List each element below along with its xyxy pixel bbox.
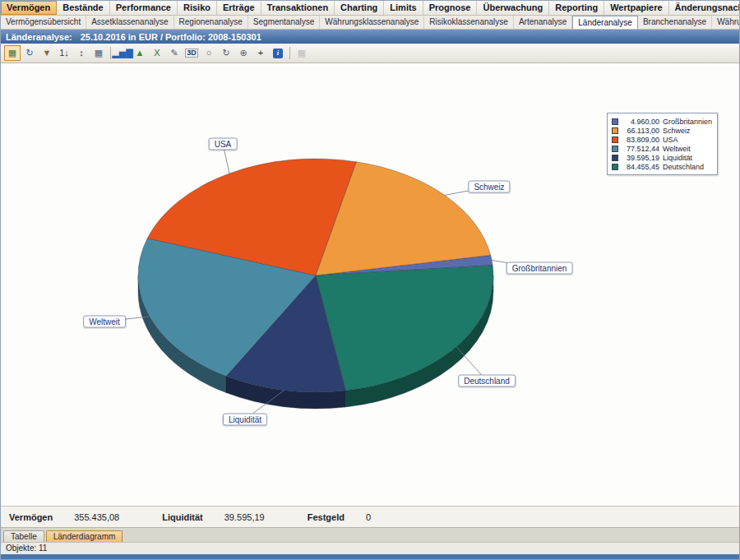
toolbar-separator (289, 47, 290, 59)
menu-item-änderungsnachverfolgung[interactable]: Änderungsnachverfolgung (669, 1, 740, 15)
bar-chart-icon[interactable]: ▂▅▇ (114, 45, 131, 61)
legend-value: 84.455,45 (622, 163, 659, 171)
window-bottom-edge (1, 554, 739, 559)
legend-row-großbritannien: 4.960,00Großbritannien (612, 117, 712, 126)
summary-value-vermögen: 355.435,08 (74, 512, 119, 522)
pie-label-weltweit[interactable]: Weltweit (83, 316, 126, 328)
legend-row-usa: 83.809,00USA (612, 135, 712, 144)
zoom-icon[interactable]: ⊕ (235, 45, 252, 61)
bottom-tab-länderdiagramm[interactable]: Länderdiagramm (46, 530, 123, 542)
subtab-regionenanalyse[interactable]: Regionenanalyse (174, 16, 248, 29)
sort-order-icon[interactable]: ↕ (73, 45, 90, 61)
bottom-tab-bar: TabelleLänderdiagramm (1, 527, 739, 542)
plus-icon[interactable]: + (252, 45, 269, 61)
legend-value: 77.512,44 (622, 145, 659, 153)
legend-label: Weltweit (663, 145, 691, 153)
subtab-währungsklassenanalyse[interactable]: Währungsklassenanalyse (320, 16, 424, 29)
legend-label: Deutschland (663, 163, 704, 171)
menu-item-erträge[interactable]: Erträge (217, 1, 261, 15)
menu-item-risiko[interactable]: Risiko (178, 1, 217, 15)
chart-panel: 4.960,00Großbritannien66.113,00Schweiz83… (1, 63, 739, 506)
bottom-tab-tabelle[interactable]: Tabelle (3, 530, 44, 542)
title-bar: Länderanalyse: 25.10.2016 in EUR / Portf… (1, 30, 739, 44)
legend-row-schweiz: 66.113,00Schweiz (612, 126, 712, 135)
page-subtitle: 25.10.2016 in EUR / Portfolio: 2008-1503… (81, 32, 261, 42)
three-d-icon[interactable]: 3D (183, 45, 200, 61)
legend-swatch (612, 137, 618, 143)
menu-item-limits[interactable]: Limits (384, 1, 423, 15)
legend-value: 66.113,00 (622, 127, 659, 135)
summary-label-vermögen: Vermögen (9, 512, 53, 522)
legend-row-deutschland: 84.455,45Deutschland (612, 162, 712, 171)
subtab-währungsanalyse[interactable]: Währungsanalyse (712, 16, 740, 29)
subtab-branchenanalyse[interactable]: Branchenanalyse (638, 16, 712, 29)
toolbar-separator (110, 47, 111, 59)
app-window: VermögenBeständePerformanceRisikoErträge… (0, 0, 740, 560)
legend-label: USA (663, 136, 678, 144)
legend-swatch (612, 118, 618, 125)
subtab-segmentanalyse[interactable]: Segmentanalyse (248, 16, 321, 29)
summary-bar: Vermögen355.435,08Liquidität39.595,19Fes… (1, 506, 739, 527)
legend-swatch (612, 146, 618, 152)
rotate-icon[interactable]: ↻ (218, 45, 234, 61)
legend-label: Schweiz (663, 127, 691, 135)
status-text: Objekte: 11 (6, 544, 47, 553)
menu-item-performance[interactable]: Performance (110, 1, 178, 15)
summary-label-liquidität: Liquidität (162, 512, 203, 522)
subtab-risikoklassenanalyse[interactable]: Risikoklassenanalyse (424, 16, 514, 29)
legend-swatch (612, 164, 618, 170)
legend-value: 39.595,19 (622, 154, 659, 162)
menu-item-wertpapiere[interactable]: Wertpapiere (604, 1, 668, 15)
pie-label-liquidität[interactable]: Liquidität (223, 414, 267, 426)
table-grid-icon[interactable]: ▦ (90, 45, 107, 61)
chart-edit-icon[interactable]: ✎ (166, 45, 183, 61)
toolbar: ▦↻▼1↓↕▦▂▅▇▲X✎3D○↻⊕+i▦ (1, 44, 739, 63)
legend-label: Großbritannien (663, 118, 712, 126)
menu-item-vermögen[interactable]: Vermögen (1, 1, 57, 15)
summary-label-festgeld: Festgeld (308, 512, 345, 522)
legend-row-liquidität: 39.595,19Liquidität (612, 153, 712, 162)
subtab-vermögensübersicht[interactable]: Vermögensübersicht (1, 16, 86, 29)
summary-value-festgeld: 0 (366, 512, 371, 522)
menu-item-prognose[interactable]: Prognose (423, 1, 478, 15)
chart-view-icon[interactable]: ▦ (4, 45, 21, 61)
excel-export-icon[interactable]: X (149, 45, 165, 61)
status-bar: Objekte: 11 (1, 542, 739, 554)
sort-ascending-icon[interactable]: 1↓ (56, 45, 72, 61)
summary-value-liquidität: 39.595,19 (224, 512, 265, 522)
menu-item-reporting[interactable]: Reporting (549, 1, 604, 15)
chart-legend: 4.960,00Großbritannien66.113,00Schweiz83… (607, 113, 718, 175)
pie-label-großbritannien[interactable]: Großbritannien (506, 262, 573, 275)
info-icon[interactable]: i (270, 45, 286, 61)
legend-value: 4.960,00 (622, 118, 659, 126)
menu-item-bestände[interactable]: Bestände (57, 1, 110, 15)
legend-row-weltweit: 77.512,44Weltweit (612, 144, 712, 153)
legend-label: Liquidität (663, 154, 692, 162)
subtab-bar: VermögensübersichtAssetklassenanalyseReg… (1, 16, 739, 30)
legend-swatch (612, 155, 618, 161)
menu-item-charting[interactable]: Charting (335, 1, 384, 15)
pie-label-usa[interactable]: USA (209, 138, 238, 150)
legend-swatch (612, 127, 618, 134)
subtab-assetklassenanalyse[interactable]: Assetklassenanalyse (86, 16, 173, 29)
filter-edit-icon[interactable]: ▼ (39, 45, 55, 61)
area-chart-icon[interactable]: ▲ (132, 45, 148, 61)
refresh-icon[interactable]: ↻ (21, 45, 38, 61)
options-icon: ▦ (294, 45, 310, 61)
subtab-länderanalyse[interactable]: Länderanalyse (572, 16, 638, 29)
pie-label-schweiz[interactable]: Schweiz (468, 181, 510, 193)
subtab-artenanalyse[interactable]: Artenanalyse (514, 16, 572, 29)
lasso-icon[interactable]: ○ (201, 45, 217, 61)
pie-slice-deutschland[interactable] (316, 266, 493, 391)
pie-label-deutschland[interactable]: Deutschland (458, 375, 516, 387)
menubar: VermögenBeständePerformanceRisikoErträge… (1, 1, 739, 16)
legend-value: 83.809,00 (622, 136, 659, 144)
menu-item-transaktionen[interactable]: Transaktionen (261, 1, 335, 15)
page-title: Länderanalyse: (6, 32, 72, 42)
menu-item-überwachung[interactable]: Überwachung (477, 1, 549, 15)
